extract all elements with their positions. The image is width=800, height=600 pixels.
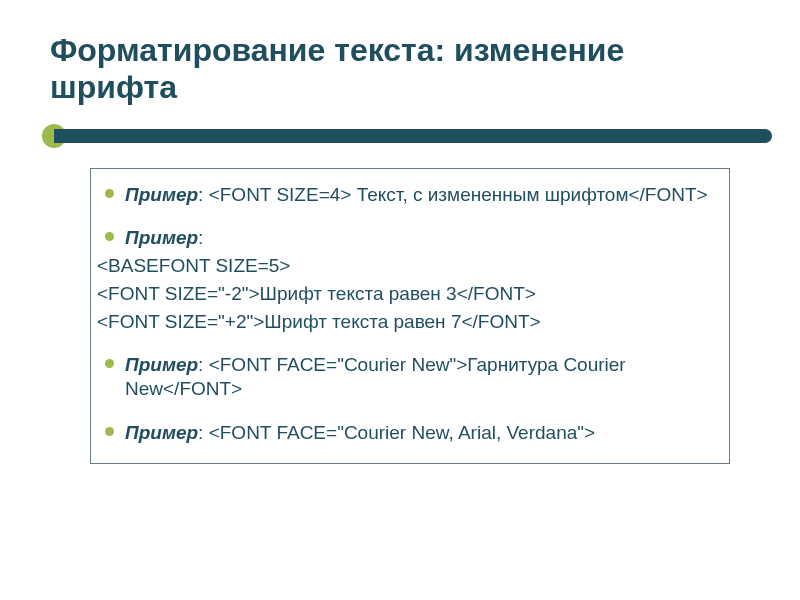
example-1-code: : <FONT SIZE=4> Текст, с измененным шриф… [198, 184, 708, 205]
example-label: Пример [125, 422, 198, 443]
example-2-sep: : [198, 227, 203, 248]
example-label: Пример [125, 354, 198, 375]
example-4-code: : <FONT FACE="Courier New, Arial, Verdan… [198, 422, 595, 443]
example-list: Пример: <FONT SIZE=4> Текст, с измененны… [97, 183, 711, 445]
example-1: Пример: <FONT SIZE=4> Текст, с измененны… [97, 183, 711, 207]
example-2-header: Пример: [97, 226, 711, 250]
slide-title: Форматирование текста: изменение шрифта [0, 0, 800, 116]
example-3: Пример: <FONT FACE="Courier New">Гарниту… [97, 353, 711, 401]
example-label: Пример [125, 227, 198, 248]
title-decorator [0, 124, 800, 148]
example-2-line-2: <FONT SIZE="-2">Шрифт текста равен 3</FO… [97, 282, 711, 306]
example-label: Пример [125, 184, 198, 205]
decorator-bar [54, 129, 772, 143]
example-2-line-3: <FONT SIZE="+2">Шрифт текста равен 7</FO… [97, 310, 711, 334]
content-box: Пример: <FONT SIZE=4> Текст, с измененны… [90, 168, 730, 464]
example-3-code: : <FONT FACE="Courier New">Гарнитура Cou… [125, 354, 626, 399]
example-4: Пример: <FONT FACE="Courier New, Arial, … [97, 421, 711, 445]
example-2-line-1: <BASEFONT SIZE=5> [97, 254, 711, 278]
